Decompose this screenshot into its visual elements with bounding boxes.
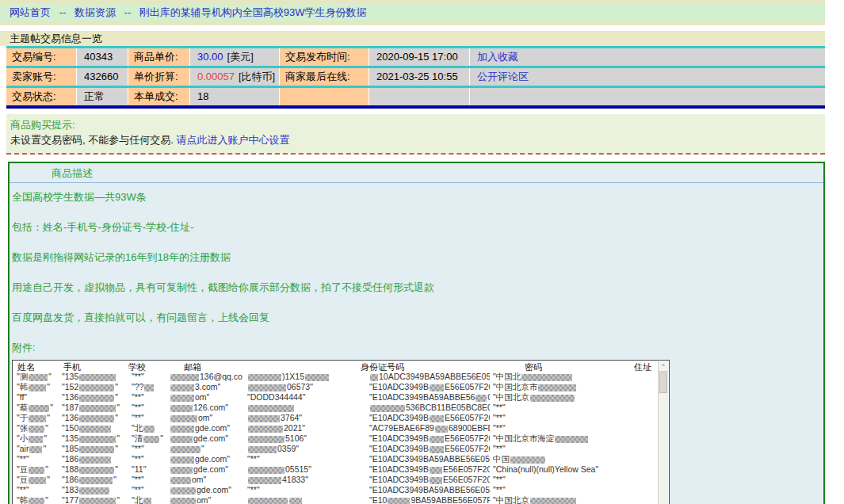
attachment-cell: "**" [490, 475, 659, 485]
attachment-cell: "E10ADC3949BE56E057F20F883E" [368, 382, 490, 392]
censored-pixelated-block [79, 426, 111, 433]
censored-pixelated-block [248, 498, 288, 504]
censored-pixelated-block [248, 415, 280, 422]
attachment-cell: 41833" [243, 475, 368, 485]
description-paragraph: 全国高校学生数据—共93W条 [12, 189, 815, 204]
description-body: 全国高校学生数据—共93W条 包括：姓名-手机号-身份证号-学校-住址- 数据是… [10, 183, 823, 504]
censored-pixelated-block [248, 405, 294, 412]
converted-price-value: 0.00057[比特币] [190, 68, 279, 86]
censored-pixelated-block [170, 426, 194, 433]
censored-pixelated-block [305, 374, 329, 381]
attachment-cell: gde.com" [168, 454, 243, 464]
attachment-cell: "**" [125, 392, 168, 403]
censored-pixelated-block [79, 467, 114, 474]
censored-pixelated-block [79, 436, 116, 443]
page: 网站首页 -- 数据资源 -- 刚出库的某辅导机构内全国高校93W学生身份数据 … [0, 0, 825, 504]
censored-pixelated-block [29, 498, 44, 504]
censored-pixelated-block [29, 384, 46, 391]
attachment-cell: "**" [125, 413, 168, 423]
attachment-cell: 136@qq.com" [168, 372, 243, 382]
censored-pixelated-block [435, 426, 448, 433]
attachment-cell: "**" [125, 475, 168, 485]
attachment-cell: "中国北京 [490, 392, 659, 403]
attachment-cell: om" [168, 475, 243, 485]
censored-pixelated-block [170, 498, 196, 504]
attachment-cell [243, 495, 368, 504]
attachment-data-row: "测""135"**"136@qq.com")1X1510ADC3949BA59… [13, 372, 659, 382]
public-comments-link[interactable]: 公开评论区 [477, 71, 529, 82]
breadcrumb-link-current-listing[interactable]: 刚出库的某辅导机构内全国高校93W学生身份数据 [139, 6, 367, 18]
attachment-cell: "**" [243, 454, 368, 464]
attachment-cell: 126.com" [168, 403, 243, 413]
account-settings-link[interactable]: 请点此进入账户中心设置 [176, 134, 289, 146]
censored-pixelated-block [555, 436, 588, 443]
attachment-cell: 05515" [243, 464, 368, 475]
censored-pixelated-block [29, 374, 48, 381]
topic-bar-title: 主题帖交易信息一览 [0, 31, 825, 46]
trade-id-value: 40343 [77, 48, 128, 66]
publish-time-label: 交易发布时间: [280, 48, 369, 66]
attachment-data-row: "韩""177""北om""E109BA59ABBE56E057F20F883E… [13, 495, 659, 504]
censored-pixelated-block [29, 446, 42, 453]
attachment-cell: "187" [59, 403, 125, 413]
censored-pixelated-block [79, 384, 114, 391]
attachment-cell: "**" [243, 485, 368, 495]
censored-pixelated-block [170, 436, 193, 443]
attachment-cell: "豆" [13, 464, 59, 475]
unit-price-value: 30.00[美元] [190, 48, 279, 66]
censored-pixelated-block [430, 467, 442, 474]
censored-pixelated-block [79, 477, 113, 484]
attachment-cell: "E10ADC3949BA59ABBE56E057F20F8 [368, 485, 490, 495]
attachment-data-row: "韩""152""??3.com"06573""E10ADC3949BE56E0… [13, 382, 659, 392]
attachment-cell: "E10ADC3949BE56E057F20F883E" [368, 433, 490, 444]
censored-pixelated-block [170, 487, 196, 494]
attachment-cell: "E10ADC3949BE56E057F20F883E" [368, 475, 490, 485]
attachment-column-header: 学校 [128, 361, 146, 373]
scroll-up-arrow-icon[interactable]: ^ [659, 361, 668, 372]
attachment-cell: "北 [125, 495, 168, 504]
censored-pixelated-block [370, 405, 405, 412]
attachment-cell: "152" [59, 382, 125, 392]
add-favorite-link[interactable]: 加入收藏 [477, 51, 518, 63]
censored-pixelated-block [430, 446, 444, 453]
attachment-cell: "北 [125, 423, 168, 433]
breadcrumb-link-home[interactable]: 网站首页 [10, 6, 51, 18]
attachment-data-row: "于""136""**"om"3764""E10ADC3949BE56E057F… [13, 413, 659, 423]
censored-pixelated-block [79, 446, 114, 453]
attachment-cell: "蔡" [13, 403, 59, 413]
attachment-scrollbar[interactable]: ^ [658, 361, 668, 504]
censored-pixelated-block [430, 477, 442, 484]
attachment-cell: gde.com" [168, 423, 243, 433]
no-password-warning: 未设置交易密码, 不能参与任何交易. [10, 134, 174, 146]
breadcrumb-link-data-resources[interactable]: 数据资源 [74, 6, 116, 18]
censored-pixelated-block [248, 467, 285, 474]
attachment-cell: "150 [59, 423, 125, 433]
purchase-notice-title: 商品购买提示: [10, 117, 815, 132]
censored-pixelated-block [29, 436, 43, 443]
censored-pixelated-block [143, 498, 151, 504]
attachment-cell [243, 403, 368, 413]
description-header: 商品描述 [10, 163, 823, 183]
trade-status-label: 交易状态: [6, 88, 76, 105]
deals-count-label: 本单成交: [128, 88, 189, 105]
last-online-label: 商家最后在线: [280, 68, 369, 86]
censored-pixelated-block [510, 456, 545, 464]
empty-label-cell [280, 88, 369, 105]
attachment-data-row: "蔡""187""**"126.com"536BCB11BE05BC8E0520… [13, 403, 659, 413]
censored-pixelated-block [538, 384, 576, 391]
breadcrumb-separator: -- [124, 6, 132, 18]
attachment-cell: "E10ADC3949BA59ABBE56E057F20F8 [368, 454, 490, 464]
attachment-cell: om" [168, 413, 243, 423]
attachment-cell: "**" [490, 485, 659, 495]
attachment-cell: "**" [125, 485, 168, 495]
attachment-cell: "China(null)(null)Yellow Sea" [490, 464, 659, 475]
attachment-header-row: 姓名手机学校邮箱身份证号码密码住址 [13, 361, 659, 372]
scrollbar-thumb[interactable] [659, 372, 667, 393]
attachment-cell: "小" [13, 433, 59, 444]
attachment-cell: )1X15 [243, 372, 368, 382]
attachment-cell: 3.com" [168, 382, 243, 392]
price-usd-unit: [美元] [227, 51, 254, 63]
censored-pixelated-block [170, 415, 197, 422]
attachment-column-header: 密码 [525, 361, 542, 373]
censored-pixelated-block [79, 415, 114, 422]
